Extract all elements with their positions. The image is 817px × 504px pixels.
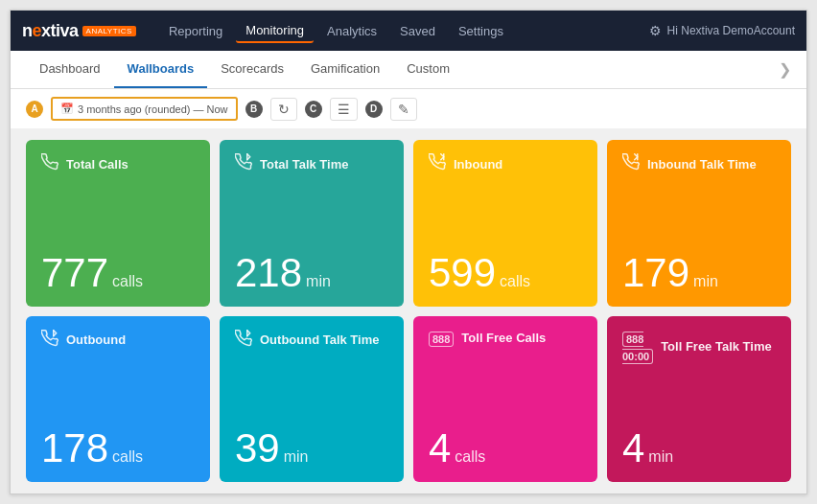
tile-icon — [622, 153, 640, 174]
date-range-text: 3 months ago (rounded) — Now — [78, 103, 228, 115]
tile-value: 39 — [235, 425, 280, 470]
tile-value: 777 — [41, 250, 108, 295]
tile-value-row: 777calls — [41, 253, 195, 293]
tile-icon — [41, 153, 58, 174]
edit-icon: ✎ — [398, 102, 409, 117]
tab-dashboard[interactable]: Dashboard — [26, 51, 114, 88]
tile-header: Inbound — [429, 153, 582, 174]
tile-total-calls: Total Calls 777calls — [26, 140, 210, 307]
tab-scorecards[interactable]: Scorecards — [207, 51, 297, 88]
tile-value: 179 — [622, 250, 689, 295]
tile-toll-free-talk-time: 88800:00 Toll Free Talk Time 4min — [607, 316, 791, 483]
tile-icon — [41, 330, 58, 351]
tile-total-talk-time: Total Talk Time 218min — [220, 140, 404, 307]
tile-unit: min — [693, 273, 718, 289]
tile-value: 4 — [622, 425, 644, 470]
nav-saved[interactable]: Saved — [390, 20, 445, 42]
tile-inbound: Inbound 599calls — [413, 140, 597, 307]
logo: nextiva — [22, 21, 79, 41]
tile-label: Toll Free Talk Time — [661, 339, 772, 354]
tile-label: Outbound Talk Time — [260, 332, 379, 347]
tile-value-row: 4min — [622, 428, 776, 469]
tile-label: Inbound — [454, 157, 502, 172]
user-greeting: Hi Nextiva DemoAccount — [667, 24, 795, 37]
next-arrow-icon[interactable]: ❯ — [779, 60, 791, 79]
tile-value: 4 — [429, 425, 451, 470]
filter-icon: ☰ — [338, 102, 350, 117]
tile-header: Outbound — [41, 330, 195, 351]
tile-value-row: 599calls — [429, 253, 582, 293]
tile-icon: 88800:00 — [622, 330, 653, 364]
content-area: Total Calls 777calls Total Talk Time 218… — [11, 128, 806, 493]
tile-header: Total Calls — [41, 153, 195, 174]
tile-label: Total Talk Time — [260, 157, 348, 172]
nav-monitoring[interactable]: Monitoring — [236, 19, 314, 43]
toolbar: A 📅 3 months ago (rounded) — Now B ↻ C ☰… — [11, 89, 806, 128]
logo-area: nextiva ANALYTICS — [22, 21, 136, 41]
tile-unit: calls — [112, 273, 143, 289]
tile-label: Toll Free Calls — [461, 331, 546, 345]
tile-header: Total Talk Time — [235, 153, 388, 174]
label-c: C — [305, 101, 322, 118]
tile-value: 218 — [235, 250, 302, 295]
tile-toll-free-calls: 888 Toll Free Calls 4calls — [413, 316, 597, 483]
calendar-icon: 📅 — [60, 103, 74, 115]
tile-icon — [429, 153, 446, 174]
tile-value: 178 — [41, 425, 108, 470]
tile-outbound-talk-time: Outbound Talk Time 39min — [220, 316, 404, 483]
tile-unit: calls — [112, 448, 143, 465]
tab-gamification[interactable]: Gamification — [297, 51, 393, 88]
tile-inbound-talk-time: Inbound Talk Time 179min — [607, 140, 791, 307]
tile-label: Outbound — [66, 332, 126, 347]
label-a: A — [26, 101, 43, 118]
tile-unit: min — [284, 448, 309, 465]
tab-custom[interactable]: Custom — [393, 51, 463, 88]
tile-header: Outbound Talk Time — [235, 330, 388, 351]
nav-links: Reporting Monitoring Analytics Saved Set… — [159, 19, 649, 43]
top-nav: nextiva ANALYTICS Reporting Monitoring A… — [11, 11, 806, 51]
tiles-grid: Total Calls 777calls Total Talk Time 218… — [26, 140, 791, 482]
edit-button[interactable]: ✎ — [390, 98, 417, 121]
nav-right: ⚙ Hi Nextiva DemoAccount — [649, 23, 795, 38]
refresh-icon: ↻ — [278, 102, 290, 117]
tile-value-row: 218min — [235, 253, 388, 293]
tile-value-row: 178calls — [41, 428, 195, 469]
refresh-button[interactable]: ↻ — [270, 98, 297, 121]
tab-wallboards[interactable]: Wallboards — [114, 51, 208, 88]
sub-nav: Dashboard Wallboards Scorecards Gamifica… — [11, 51, 806, 89]
tile-value-row: 39min — [235, 428, 388, 469]
nav-settings[interactable]: Settings — [449, 20, 513, 42]
gear-icon[interactable]: ⚙ — [649, 23, 662, 38]
tile-icon — [235, 153, 252, 174]
tile-value-row: 4calls — [429, 428, 582, 469]
tile-label: Total Calls — [66, 157, 128, 172]
nav-reporting[interactable]: Reporting — [159, 20, 232, 42]
tile-value: 599 — [429, 250, 496, 295]
tile-unit: calls — [455, 448, 485, 465]
tile-outbound: Outbound 178calls — [26, 316, 210, 483]
app-frame: nextiva ANALYTICS Reporting Monitoring A… — [10, 10, 807, 494]
tile-header: 88800:00 Toll Free Talk Time — [622, 330, 776, 364]
tile-unit: min — [306, 273, 331, 289]
tile-unit: calls — [500, 273, 530, 289]
tile-header: Inbound Talk Time — [622, 153, 776, 174]
tile-icon: 888 — [429, 330, 454, 347]
date-range-button[interactable]: 📅 3 months ago (rounded) — Now — [51, 97, 238, 121]
tile-unit: min — [648, 448, 673, 465]
analytics-badge: ANALYTICS — [82, 26, 136, 36]
tile-header: 888 Toll Free Calls — [429, 330, 582, 347]
label-b: B — [245, 101, 263, 118]
nav-analytics[interactable]: Analytics — [317, 20, 386, 42]
tile-icon — [235, 330, 252, 351]
filter-button[interactable]: ☰ — [330, 98, 358, 121]
tile-value-row: 179min — [622, 253, 776, 293]
label-d: D — [365, 101, 383, 118]
tile-label: Inbound Talk Time — [647, 157, 757, 172]
